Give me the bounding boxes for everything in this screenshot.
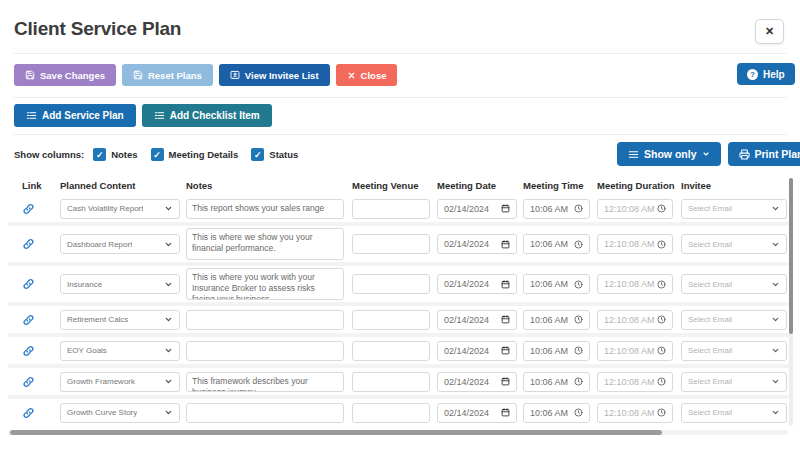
- meeting-duration-input[interactable]: 12:10:08 AM: [597, 372, 673, 392]
- meeting-duration-input[interactable]: 12:10:08 AM: [597, 274, 673, 294]
- meeting-date-value: 02/14/2024: [444, 204, 489, 214]
- planned-content-select[interactable]: EOY Goals: [60, 341, 180, 361]
- invitee-select[interactable]: Select Email: [681, 310, 787, 330]
- show-only-button[interactable]: Show only: [617, 142, 721, 166]
- notes-checkbox[interactable]: ✓: [93, 148, 106, 161]
- clock-icon: [657, 315, 666, 324]
- invitee-select[interactable]: Select Email: [681, 341, 787, 361]
- chevron-down-icon: [771, 280, 780, 289]
- notes-input[interactable]: This is where we show you your financial…: [186, 228, 344, 260]
- meeting-date-input[interactable]: 02/14/2024: [437, 234, 517, 254]
- meeting-venue-input[interactable]: [352, 341, 430, 361]
- planned-content-value: EOY Goals: [67, 346, 107, 355]
- planned-content-value: Insurance: [67, 280, 102, 289]
- meeting-duration-input[interactable]: 12:10:08 AM: [597, 199, 673, 219]
- question-circle-icon: ?: [747, 69, 758, 80]
- meeting-time-input[interactable]: 10:06 AM: [523, 341, 590, 361]
- horizontal-scrollbar-thumb[interactable]: [10, 430, 662, 435]
- calendar-icon: [501, 377, 510, 386]
- chevron-down-icon: [702, 150, 710, 158]
- meeting-date-input[interactable]: 02/14/2024: [437, 341, 517, 361]
- meeting-time-input[interactable]: 10:06 AM: [523, 274, 590, 294]
- vertical-scrollbar[interactable]: [789, 178, 793, 426]
- modal-close-button[interactable]: ✕: [755, 19, 784, 44]
- planned-content-select[interactable]: Retirement Calcs: [60, 310, 180, 330]
- print-plan-list-button[interactable]: Print Plan List: [728, 142, 800, 166]
- chevron-down-icon: [771, 240, 780, 249]
- planned-content-select[interactable]: Growth Framework: [60, 372, 180, 392]
- meeting-duration-input[interactable]: 12:10:08 AM: [597, 310, 673, 330]
- link-icon[interactable]: [22, 344, 35, 357]
- meeting-date-input[interactable]: 02/14/2024: [437, 310, 517, 330]
- planned-content-select[interactable]: Insurance: [60, 274, 180, 294]
- meeting-time-input[interactable]: 10:06 AM: [523, 372, 590, 392]
- meeting-date-input[interactable]: 02/14/2024: [437, 372, 517, 392]
- invitee-select[interactable]: Select Email: [681, 372, 787, 392]
- help-button[interactable]: ? Help: [737, 63, 795, 85]
- chevron-down-icon: [164, 408, 173, 417]
- notes-input[interactable]: This framework describes your business j…: [186, 372, 344, 392]
- meeting-venue-input[interactable]: [352, 199, 430, 219]
- meeting-duration-value: 12:10:08 AM: [604, 239, 655, 249]
- link-icon[interactable]: [22, 278, 35, 291]
- link-icon[interactable]: [22, 375, 35, 388]
- notes-input[interactable]: This is where you work with your Insuran…: [186, 268, 344, 300]
- invitee-select[interactable]: Select Email: [681, 234, 787, 254]
- meeting-time-input[interactable]: 10:06 AM: [523, 310, 590, 330]
- notes-input[interactable]: This report shows your sales range: [186, 199, 344, 219]
- table-row: Retirement Calcs 02/14/2024 10:06 AM 12:…: [8, 306, 790, 333]
- invitee-select[interactable]: Select Email: [681, 274, 787, 294]
- check-icon: ✓: [254, 150, 262, 160]
- meeting-duration-input[interactable]: 12:10:08 AM: [597, 234, 673, 254]
- meeting-date-input[interactable]: 02/14/2024: [437, 403, 517, 423]
- invitee-select[interactable]: Select Email: [681, 199, 787, 219]
- save-changes-button[interactable]: Save Changes: [14, 64, 116, 86]
- clock-icon: [574, 408, 583, 417]
- planned-content-select[interactable]: Dashboard Report: [60, 234, 180, 254]
- reset-plans-button[interactable]: Reset Plans: [122, 64, 213, 86]
- planned-content-value: Cash Volatility Report: [67, 204, 143, 213]
- link-icon[interactable]: [22, 202, 35, 215]
- reset-icon: [133, 70, 143, 80]
- meeting-duration-input[interactable]: 12:10:08 AM: [597, 341, 673, 361]
- notes-input[interactable]: [186, 310, 344, 330]
- meeting-duration-input[interactable]: 12:10:08 AM: [597, 403, 673, 423]
- horizontal-scrollbar[interactable]: [8, 430, 788, 435]
- link-icon[interactable]: [22, 238, 35, 251]
- notes-input[interactable]: [186, 403, 344, 423]
- notes-checkbox-label: Notes: [111, 149, 137, 160]
- meeting-date-value: 02/14/2024: [444, 408, 489, 418]
- link-icon[interactable]: [22, 313, 35, 326]
- planned-content-select[interactable]: Growth Curve Story: [60, 403, 180, 423]
- notes-input[interactable]: [186, 341, 344, 361]
- print-plan-list-label: Print Plan List: [755, 148, 800, 160]
- vertical-scrollbar-thumb[interactable]: [789, 178, 793, 334]
- link-icon[interactable]: [22, 406, 35, 419]
- meeting-time-value: 10:06 AM: [530, 408, 568, 418]
- add-checklist-item-button[interactable]: Add Checklist Item: [142, 104, 272, 127]
- meeting-date-input[interactable]: 02/14/2024: [437, 274, 517, 294]
- meeting-date-value: 02/14/2024: [444, 315, 489, 325]
- meeting-venue-input[interactable]: [352, 234, 430, 254]
- view-invitee-list-button[interactable]: View Invitee List: [219, 64, 330, 86]
- meeting-date-input[interactable]: 02/14/2024: [437, 199, 517, 219]
- invitee-select[interactable]: Select Email: [681, 403, 787, 423]
- meeting-time-input[interactable]: 10:06 AM: [523, 403, 590, 423]
- meeting-time-value: 10:06 AM: [530, 346, 568, 356]
- clock-icon: [657, 346, 666, 355]
- add-service-plan-button[interactable]: Add Service Plan: [14, 104, 136, 127]
- meeting-details-checkbox[interactable]: ✓: [151, 148, 164, 161]
- meeting-time-input[interactable]: 10:06 AM: [523, 234, 590, 254]
- planned-content-select[interactable]: Cash Volatility Report: [60, 199, 180, 219]
- table-header: Link Planned Content Notes Meeting Venue…: [0, 180, 800, 194]
- page-title: Client Service Plan: [14, 18, 181, 40]
- table-rows: Cash Volatility Report This report shows…: [8, 195, 790, 426]
- reset-plans-label: Reset Plans: [148, 70, 202, 81]
- meeting-time-input[interactable]: 10:06 AM: [523, 199, 590, 219]
- meeting-venue-input[interactable]: [352, 372, 430, 392]
- meeting-venue-input[interactable]: [352, 274, 430, 294]
- meeting-venue-input[interactable]: [352, 310, 430, 330]
- close-button[interactable]: Close: [336, 64, 398, 86]
- meeting-venue-input[interactable]: [352, 403, 430, 423]
- status-checkbox[interactable]: ✓: [251, 148, 264, 161]
